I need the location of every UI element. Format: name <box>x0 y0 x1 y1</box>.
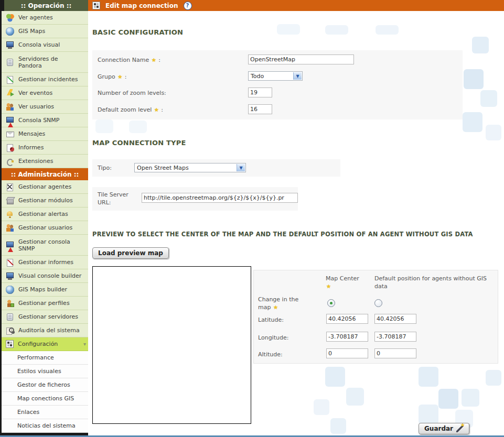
basic-configuration-heading: BASIC CONFIGURATION <box>92 28 183 36</box>
server-icon <box>6 58 14 67</box>
tile-server-url-input[interactable] <box>142 193 298 203</box>
server-icon <box>6 313 14 321</box>
sidebar-item-gestionar-consola-snmp[interactable]: Gestionar consola SNMP <box>2 235 88 256</box>
tipo-label: Tipo: <box>98 164 112 172</box>
default-zoom-input[interactable] <box>248 104 272 114</box>
sidebar-item-gestionar-agentes[interactable]: Gestionar agentes <box>2 180 88 194</box>
main-content: Edit map connection ? BASIC CONFIGURATIO… <box>88 0 504 435</box>
connection-name-label: Connection Name : <box>98 56 160 64</box>
monitor-warning-icon <box>6 241 14 249</box>
latitude-default-input[interactable] <box>374 314 416 324</box>
wizard-star-icon <box>151 57 157 63</box>
map-connection-type-heading: MAP CONNECTION TYPE <box>92 139 186 147</box>
sidebar-item-gis-maps-builder[interactable]: GIS Maps builder <box>2 283 88 297</box>
sidebar-item-gestionar-informes[interactable]: Gestionar informes <box>2 256 88 269</box>
page-title: Edit map connection <box>105 2 178 9</box>
sidebar-item-gestionar-perfiles[interactable]: Gestionar perfiles <box>2 297 88 310</box>
position-table: Map Center Default position for agents w… <box>253 270 498 364</box>
sidebar-item-estilos-visuales[interactable]: Estilos visuales <box>2 365 88 378</box>
help-icon[interactable]: ? <box>184 2 192 10</box>
sidebar-item-ver-usuarios[interactable]: Ver usuarios <box>2 100 88 114</box>
save-button[interactable]: Guardar <box>419 423 469 434</box>
admin-header-label: :: Administración :: <box>11 171 79 178</box>
sidebar-item-gestor-de-ficheros[interactable]: Gestor de ficheros <box>2 378 88 392</box>
admin-menu: Gestionar agentes Gestionar módulos Gest… <box>2 180 88 433</box>
chevron-down-icon: ▾ <box>83 341 86 347</box>
grid-icon <box>6 340 14 348</box>
connection-name-input[interactable] <box>248 54 354 64</box>
map-connection-icon <box>92 2 100 9</box>
sidebar-item-ver-agentes[interactable]: Ver agentes <box>2 11 88 25</box>
sidebar-item-servidores-pandora[interactable]: Servidores de Pandora <box>2 52 88 73</box>
envelope-icon <box>6 130 14 138</box>
wand-icon <box>456 425 464 432</box>
sidebar-item-gestionar-modulos[interactable]: Gestionar módulos <box>2 194 88 207</box>
page-header-bar: Edit map connection ? <box>88 0 504 11</box>
sidebar-item-enlaces[interactable]: Enlaces <box>2 406 88 419</box>
longitude-default-input[interactable] <box>374 332 416 342</box>
grupo-select[interactable]: Todo <box>248 71 303 81</box>
altitude-default-input[interactable] <box>374 348 416 358</box>
map-preview-area <box>92 266 251 424</box>
default-zoom-label: Default zoom level : <box>98 106 163 114</box>
altitude-center-input[interactable] <box>326 348 368 358</box>
sidebar-item-gestionar-incidentes[interactable]: Gestionar incidentes <box>2 73 88 86</box>
select-arrow-icon <box>293 72 302 80</box>
preview-heading: PREVIEW TO SELECT THE CENTER OF THE MAP … <box>92 231 473 238</box>
operation-header-label: :: Operación :: <box>21 2 72 9</box>
tile-server-row: Tile Server URL: <box>92 187 298 211</box>
operation-section-header: :: Operación :: <box>4 0 88 11</box>
sidebar-item-auditoria[interactable]: Auditoría del sistema <box>2 324 88 337</box>
longitude-center-input[interactable] <box>326 332 368 342</box>
sidebar-item-configuracion[interactable]: Configuración▾ <box>2 337 88 351</box>
audit-icon <box>6 326 14 335</box>
users-icon <box>6 224 14 232</box>
sidebar-item-noticias[interactable]: Noticias del sistema <box>2 419 88 433</box>
users-icon <box>6 103 14 111</box>
change-in-map-label: Change in the map <box>258 296 310 311</box>
sidebar-item-performance[interactable]: Performance <box>2 351 88 365</box>
agents-icon <box>6 14 14 22</box>
sidebar-item-ver-eventos[interactable]: Ver eventos <box>2 86 88 100</box>
sidebar-item-informes[interactable]: Informes <box>2 141 88 155</box>
default-position-column-header: Default position for agents without GIS … <box>374 275 496 290</box>
sidebar-item-gis-maps[interactable]: GIS Maps <box>2 25 88 38</box>
sidebar-item-gestionar-alertas[interactable]: Gestionar alertas <box>2 207 88 221</box>
monitor-icon <box>6 272 14 280</box>
latitude-label: Latitude: <box>258 316 284 324</box>
sidebar: :: Operación :: Ver agentes GIS Maps Con… <box>0 0 88 435</box>
map-center-radio[interactable] <box>327 299 335 307</box>
tile-server-url-label: Tile Server URL: <box>98 191 135 206</box>
sidebar-item-extensiones[interactable]: Extensiones <box>2 155 88 168</box>
tipo-select[interactable]: Open Street Maps <box>134 163 246 172</box>
sidebar-item-gestionar-servidores[interactable]: Gestionar servidores <box>2 310 88 324</box>
sidebar-item-consola-snmp[interactable]: Consola SNMP <box>2 114 88 127</box>
altitude-label: Altitude: <box>258 351 283 358</box>
basic-configuration-form: Connection Name : Grupo : Todo Number of… <box>92 50 463 119</box>
report-icon <box>6 144 14 152</box>
sidebar-item-visual-console-builder[interactable]: Visual console builder <box>2 269 88 283</box>
sidebar-item-mensajes[interactable]: Mensajes <box>2 127 88 141</box>
wizard-star-icon <box>154 106 159 113</box>
monitor-warning-icon <box>6 116 14 125</box>
load-preview-map-button[interactable]: Load preview map <box>92 247 169 259</box>
zoom-levels-input[interactable] <box>248 88 272 97</box>
default-position-radio[interactable] <box>374 299 382 307</box>
wizard-star-icon <box>117 73 123 80</box>
sidebar-item-gestionar-usuarios[interactable]: Gestionar usuarios <box>2 221 88 235</box>
select-arrow-icon <box>237 164 245 171</box>
wizard-star-icon <box>273 304 278 311</box>
tipo-row: Tipo: Open Street Maps <box>92 159 340 177</box>
events-icon <box>6 89 14 97</box>
pandora-console-page: :: Operación :: Ver agentes GIS Maps Con… <box>0 0 504 437</box>
bell-icon <box>6 210 14 218</box>
map-center-column-header: Map Center <box>326 275 359 290</box>
sidebar-item-map-conections-gis[interactable]: Map conections GIS <box>2 392 88 406</box>
tools-icon <box>6 183 14 191</box>
sidebar-item-consola-visual[interactable]: Consola visual <box>2 38 88 52</box>
page-pencil-icon <box>6 75 14 84</box>
operation-menu: Ver agentes GIS Maps Consola visual Serv… <box>2 11 88 168</box>
monitor-icon <box>6 41 14 49</box>
latitude-center-input[interactable] <box>326 314 368 324</box>
wizard-star-icon <box>326 283 331 290</box>
